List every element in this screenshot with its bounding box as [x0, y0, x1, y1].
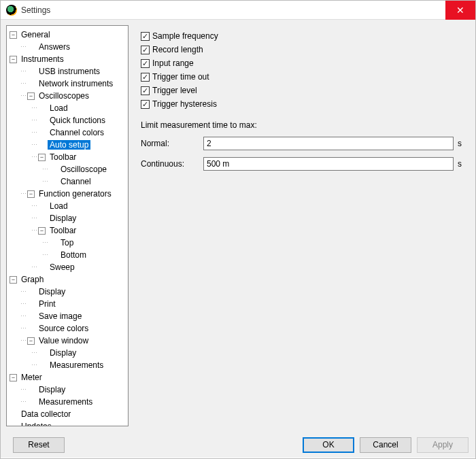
tree-spacer [49, 252, 56, 259]
tree-item-label: Toolbar [48, 226, 78, 235]
tree-connector: ⋯ [31, 350, 37, 356]
tree-item-measurements[interactable]: ⋯Measurements [8, 359, 126, 371]
tree-item-label: Toolbar [48, 152, 78, 162]
tree-connector: ⋯ [31, 129, 37, 136]
close-button[interactable]: ✕ [445, 1, 475, 20]
checkbox-row-trigger-time-out: Trigger time out [141, 70, 463, 84]
limit-label: Limit measurement time to max: [141, 120, 463, 130]
tree-item-label: Top [58, 238, 75, 248]
tree-item-label: Print [37, 299, 58, 309]
tree-connector: ⋯ [31, 117, 37, 124]
tree-connector: ⋯ [42, 252, 48, 258]
tree-item-measurements[interactable]: ⋯Measurements [8, 396, 126, 408]
tree-item-graph[interactable]: −Graph [8, 273, 126, 286]
collapse-icon[interactable]: − [10, 374, 17, 381]
tree-item-label: Function generators [37, 189, 114, 199]
tree-spacer [27, 313, 35, 320]
collapse-icon[interactable]: − [27, 190, 35, 198]
collapse-icon[interactable]: − [10, 31, 17, 39]
tree-spacer [38, 129, 46, 137]
tree-item-answers[interactable]: ⋯Answers [8, 41, 126, 53]
continuous-input[interactable] [203, 157, 454, 171]
tree-item-function-generators[interactable]: ⋯−Function generators [8, 188, 126, 200]
tree-item-updates[interactable]: Updates [8, 420, 126, 426]
tree-item-instruments[interactable]: −Instruments [8, 53, 126, 65]
tree-item-label: Oscilloscope [58, 165, 109, 174]
apply-button: Apply [417, 437, 469, 453]
checkbox[interactable] [141, 46, 150, 54]
tree-connector: ⋯ [42, 239, 48, 246]
checkbox[interactable] [141, 86, 150, 95]
cancel-button[interactable]: Cancel [360, 437, 411, 453]
tree-item-label: Graph [19, 275, 46, 284]
tree-item-label: Sweep [48, 262, 77, 272]
collapse-icon[interactable]: − [10, 56, 17, 63]
tree-item-toolbar[interactable]: ⋯−Toolbar [8, 224, 126, 237]
reset-button[interactable]: Reset [13, 437, 65, 453]
tree-connector: ⋯ [31, 264, 37, 271]
tree-spacer [38, 141, 46, 149]
collapse-icon[interactable]: − [27, 337, 35, 345]
tree-panel[interactable]: −General⋯Answers−Instruments⋯USB instrum… [6, 25, 129, 426]
checkbox-label: Trigger level [152, 86, 197, 95]
tree-item-print[interactable]: ⋯Print [8, 298, 126, 310]
tree-item-load[interactable]: ⋯Load [8, 200, 126, 212]
tree-item-channel[interactable]: ⋯Channel [8, 175, 126, 188]
checkbox-row-sample-frequency: Sample frequency [141, 29, 463, 43]
checkbox-row-input-range: Input range [141, 56, 463, 70]
tree-connector: ⋯ [20, 190, 26, 197]
ok-button[interactable]: OK [303, 437, 354, 453]
tree-item-label: Network instruments [37, 79, 115, 88]
tree-item-label: USB instruments [37, 67, 102, 76]
tree-item-channel-colors[interactable]: ⋯Channel colors [8, 126, 126, 139]
tree-item-top[interactable]: ⋯Top [8, 237, 126, 249]
tree-item-label: Updates [19, 422, 54, 426]
checkbox[interactable] [141, 32, 150, 41]
checkbox[interactable] [141, 59, 150, 68]
main-area: −General⋯Answers−Instruments⋯USB instrum… [1, 20, 475, 432]
tree-item-label: Instruments [19, 54, 66, 64]
collapse-icon[interactable]: − [27, 92, 35, 100]
checkbox[interactable] [141, 73, 150, 82]
tree-item-display[interactable]: ⋯Display [8, 286, 126, 298]
tree-item-label: Bottom [58, 250, 88, 260]
collapse-icon[interactable]: − [38, 227, 46, 235]
tree-item-display[interactable]: ⋯Display [8, 212, 126, 224]
tree-item-auto-setup[interactable]: ⋯Auto setup [8, 139, 126, 151]
tree-connector: ⋯ [20, 325, 26, 332]
tree-connector: ⋯ [31, 105, 37, 112]
tree-item-source-colors[interactable]: ⋯Source colors [8, 322, 126, 335]
checkbox-row-trigger-level: Trigger level [141, 84, 463, 97]
tree-item-display[interactable]: ⋯Display [8, 347, 126, 359]
tree-item-quick-functions[interactable]: ⋯Quick functions [8, 114, 126, 126]
tree-spacer [27, 301, 35, 308]
tree-item-label: Display [48, 348, 78, 358]
tree-spacer [27, 325, 35, 333]
tree-item-save-image[interactable]: ⋯Save image [8, 310, 126, 322]
tree-item-oscilloscopes[interactable]: ⋯−Oscilloscopes [8, 90, 126, 102]
collapse-icon[interactable]: − [38, 154, 46, 161]
tree-item-general[interactable]: −General [8, 29, 126, 41]
tree-spacer [38, 264, 46, 271]
checkbox[interactable] [141, 100, 150, 109]
tree-connector: ⋯ [20, 288, 26, 295]
tree-item-usb-instruments[interactable]: ⋯USB instruments [8, 65, 126, 78]
collapse-icon[interactable]: − [10, 276, 17, 284]
tree-item-meter[interactable]: −Meter [8, 371, 126, 384]
tree-item-label: Display [48, 214, 78, 223]
tree-item-toolbar[interactable]: ⋯−Toolbar [8, 151, 126, 163]
tree-item-oscilloscope[interactable]: ⋯Oscilloscope [8, 163, 126, 175]
tree-item-bottom[interactable]: ⋯Bottom [8, 249, 126, 261]
tree-item-value-window[interactable]: ⋯−Value window [8, 335, 126, 347]
footer: Reset OK Cancel Apply [1, 432, 475, 458]
tree-item-sweep[interactable]: ⋯Sweep [8, 261, 126, 273]
tree-spacer [38, 117, 46, 124]
tree-item-label: Load [48, 201, 70, 211]
tree-item-display[interactable]: ⋯Display [8, 384, 126, 396]
tree-spacer [38, 105, 46, 112]
tree-item-label: Meter [19, 373, 44, 382]
tree-item-network-instruments[interactable]: ⋯Network instruments [8, 78, 126, 90]
tree-item-load[interactable]: ⋯Load [8, 102, 126, 114]
tree-item-data-collector[interactable]: Data collector [8, 408, 126, 420]
normal-input[interactable] [203, 137, 454, 150]
